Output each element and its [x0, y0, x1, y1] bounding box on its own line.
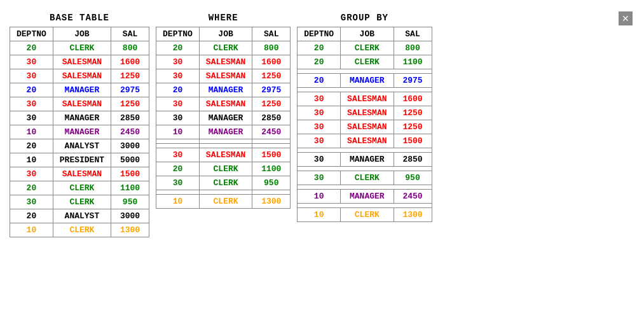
table-row	[298, 185, 432, 190]
cell-deptno: 30	[10, 167, 53, 181]
cell-job: CLERK	[341, 208, 394, 222]
cell-sal: 1250	[394, 106, 432, 120]
cell-sal: 2450	[394, 190, 432, 204]
cell-sal: 3000	[111, 209, 149, 223]
table-row: 30 MANAGER 2850	[10, 111, 149, 125]
base-col-deptno: DEPTNO	[10, 27, 53, 41]
cell-deptno: 30	[298, 120, 341, 134]
cell-deptno: 20	[10, 209, 53, 223]
table-row: 20 CLERK 800	[298, 41, 432, 55]
groupby-table-section: GROUP BY DEPTNO JOB SAL 20 CLERK 800 20 …	[297, 13, 432, 237]
cell-deptno: 10	[156, 195, 200, 209]
table-row: 20 ANALYST 3000	[10, 139, 149, 153]
cell-sal: 2975	[252, 83, 291, 97]
close-button[interactable]: ✕	[619, 11, 633, 25]
cell-job: MANAGER	[341, 153, 394, 167]
cell-sal: 2850	[394, 153, 432, 167]
where-col-sal: SAL	[252, 27, 291, 41]
table-row: 30 SALESMAN 1500	[156, 148, 291, 162]
table-row: 20 CLERK 1100	[156, 162, 291, 176]
cell-sal: 2850	[111, 111, 149, 125]
cell-sal: 2850	[252, 111, 291, 125]
cell-deptno: 30	[10, 55, 53, 69]
table-row: 30 MANAGER 2850	[298, 153, 432, 167]
cell-job: SALESMAN	[199, 148, 252, 162]
cell-deptno: 10	[10, 223, 53, 237]
table-row: 30 SALESMAN 1250	[156, 97, 291, 111]
table-row: 30 SALESMAN 1600	[10, 55, 149, 69]
cell-deptno: 30	[298, 106, 341, 120]
where-table-title: WHERE	[209, 13, 238, 23]
cell-job: CLERK	[199, 176, 252, 190]
cell-deptno: 10	[10, 125, 53, 139]
groupby-table-title: GROUP BY	[341, 13, 388, 23]
cell-job: MANAGER	[199, 83, 252, 97]
cell-sal: 2450	[111, 125, 149, 139]
cell-sal: 1250	[111, 69, 149, 83]
cell-deptno: 10	[298, 208, 341, 222]
where-col-job: JOB	[199, 27, 252, 41]
cell-deptno: 20	[156, 41, 200, 55]
table-row: 30 CLERK 950	[298, 171, 432, 185]
table-row: 30 SALESMAN 1600	[156, 55, 291, 69]
cell-sal: 1600	[394, 92, 432, 106]
table-row: 30 SALESMAN 1250	[156, 69, 291, 83]
cell-sal: 1250	[394, 120, 432, 134]
cell-sal: 950	[394, 171, 432, 185]
table-row: 30 CLERK 950	[156, 176, 291, 190]
cell-sal: 1600	[252, 55, 291, 69]
cell-job: CLERK	[53, 41, 111, 55]
table-row	[156, 144, 291, 148]
cell-sal: 1500	[394, 134, 432, 148]
cell-sal: 3000	[111, 139, 149, 153]
cell-job: ANALYST	[53, 209, 111, 223]
cell-job: SALESMAN	[199, 69, 252, 83]
where-table-section: WHERE DEPTNO JOB SAL 20 CLERK 800 30 SAL…	[156, 13, 291, 237]
cell-sal: 1300	[252, 195, 291, 209]
cell-job: CLERK	[341, 171, 394, 185]
table-row: 20 MANAGER 2975	[298, 74, 432, 88]
cell-deptno: 30	[10, 195, 53, 209]
cell-sal: 2975	[394, 74, 432, 88]
cell-job: MANAGER	[53, 111, 111, 125]
cell-job: SALESMAN	[53, 69, 111, 83]
table-row: 30 SALESMAN 1500	[10, 167, 149, 181]
cell-deptno	[156, 190, 200, 195]
cell-job: SALESMAN	[199, 55, 252, 69]
table-row	[298, 69, 432, 74]
base-table: DEPTNO JOB SAL 20 CLERK 800 30 SALESMAN …	[10, 27, 149, 237]
cell-deptno	[156, 144, 200, 148]
table-row	[298, 88, 432, 92]
cell-job: CLERK	[53, 223, 111, 237]
cell-job: ANALYST	[53, 139, 111, 153]
table-row: 10 CLERK 1300	[298, 208, 432, 222]
cell-job: SALESMAN	[341, 106, 394, 120]
groupby-col-sal: SAL	[394, 27, 432, 41]
cell-job: CLERK	[199, 41, 252, 55]
cell-deptno: 20	[156, 83, 200, 97]
cell-sal: 1300	[111, 223, 149, 237]
cell-job: SALESMAN	[341, 134, 394, 148]
cell-job: SALESMAN	[53, 55, 111, 69]
cell-deptno: 30	[156, 97, 200, 111]
cell-job: MANAGER	[341, 190, 394, 204]
cell-deptno: 20	[156, 162, 200, 176]
cell-job: MANAGER	[53, 125, 111, 139]
table-row: 10 CLERK 1300	[156, 195, 291, 209]
cell-job: MANAGER	[199, 125, 252, 139]
where-table: DEPTNO JOB SAL 20 CLERK 800 30 SALESMAN …	[156, 27, 291, 209]
table-row: 10 MANAGER 2450	[298, 190, 432, 204]
table-row: 20 CLERK 1100	[10, 181, 149, 195]
cell-sal	[252, 190, 291, 195]
cell-deptno: 20	[10, 83, 53, 97]
table-row: 10 MANAGER 2450	[156, 125, 291, 139]
table-row: 10 MANAGER 2450	[10, 125, 149, 139]
cell-job: SALESMAN	[341, 92, 394, 106]
cell-deptno: 30	[10, 111, 53, 125]
table-row: 10 PRESIDENT 5000	[10, 153, 149, 167]
cell-job: CLERK	[341, 55, 394, 69]
cell-sal: 800	[394, 41, 432, 55]
table-row	[156, 190, 291, 195]
cell-sal: 2975	[111, 83, 149, 97]
cell-sal: 950	[111, 195, 149, 209]
